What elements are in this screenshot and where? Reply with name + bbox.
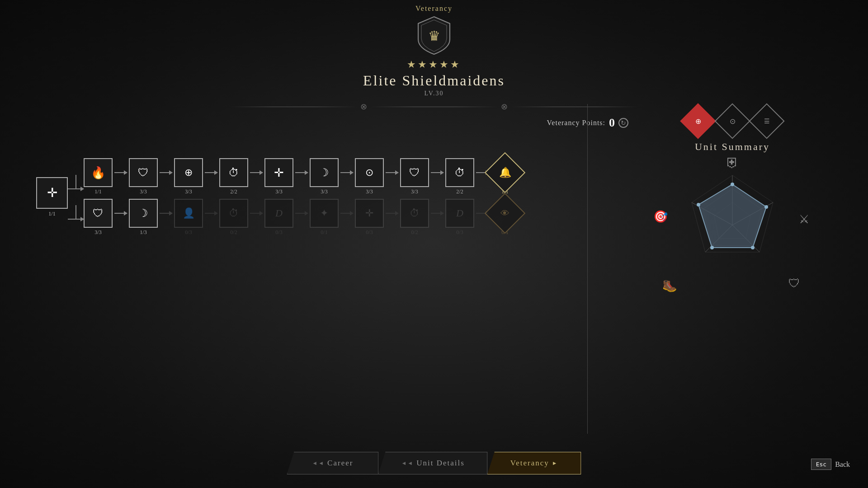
svg-point-11 [764,205,768,209]
vertical-divider [587,104,588,434]
skill-node-inactive-final[interactable]: 👁 0/1 [491,199,519,236]
unit-level: LV.30 [424,90,443,97]
radar-label-bottom-left: 🥾 [662,279,677,293]
skill-node-inactive[interactable]: ✦ 0/1 [310,199,339,236]
skill-node-final[interactable]: 🔔 1/1 [491,158,519,195]
svg-point-14 [697,203,700,206]
shield-emblem: ♛ [414,14,454,55]
root-icon: ✛ [47,185,57,200]
radar-label-top: ⛨ [726,155,739,170]
divider: ⊗ ⊗ [231,102,637,112]
skill-tree: ✛ 1/1 🔥 [36,158,519,236]
tab-unit-details[interactable]: ◄◄ Unit Details [378,452,487,474]
skill-node-inactive[interactable]: D 0/3 [264,199,293,236]
tab-combat[interactable]: ⊕ [685,108,711,134]
tab-veterancy[interactable]: Veterancy ► [487,452,581,474]
radar-label-right: ⚔ [799,212,809,226]
skill-node-inactive[interactable]: 👤 0/3 [174,199,203,236]
stars: ★★★★★ [407,59,461,70]
tab-career[interactable]: ◄◄ Career [287,452,378,474]
skill-node[interactable]: ⊙ 3/3 [355,158,384,195]
radar-label-left: 🎯 [653,210,668,224]
skill-node-inactive[interactable]: ⏱ 0/2 [400,199,429,236]
skill-node[interactable]: ☽ 1/3 [129,199,158,236]
unit-name: Elite Shieldmaidens [363,72,505,89]
vet-points-label: Veterancy Points: [547,119,605,127]
skill-node[interactable]: ☽ 3/3 [310,158,339,195]
svg-point-10 [731,183,734,186]
right-tabs: ⊕ ⊙ ☰ [685,108,779,134]
unit-summary-title: Unit Summary [695,141,770,153]
tab-movement[interactable]: ⊙ [720,108,745,134]
skill-node-inactive[interactable]: ✛ 0/3 [355,199,384,236]
tab-list[interactable]: ☰ [754,108,779,134]
esc-key: Esc [811,459,831,470]
svg-point-12 [751,246,755,249]
esc-back-button[interactable]: Esc Back [811,459,850,470]
veterancy-label: Veterancy [415,5,453,13]
skill-node[interactable]: 🔥 1/1 [84,158,113,195]
skill-node[interactable]: 🛡 3/3 [84,199,113,236]
back-label: Back [835,460,850,469]
skill-node[interactable]: ✛ 3/3 [264,158,293,195]
svg-marker-9 [698,184,766,248]
root-node[interactable]: ✛ [36,177,68,209]
bottom-skill-row: 🛡 3/3 ☽ 1/3 [84,199,519,236]
skill-node-inactive[interactable]: D 0/3 [445,199,474,236]
skill-node[interactable]: 🛡 3/3 [400,158,429,195]
radar-label-bottom-right: 🛡 [788,277,800,291]
skill-node[interactable]: 🛡 3/3 [129,158,158,195]
skill-node[interactable]: ⊕ 3/3 [174,158,203,195]
vet-points-value: 0 [609,116,615,130]
bottom-navigation: ◄◄ Career ◄◄ Unit Details Veterancy ► [287,452,581,474]
svg-point-13 [710,246,714,249]
radar-chart: ⛨ ⚔ 🛡 🥾 🎯 [669,162,796,288]
veterancy-points-row: Veterancy Points: 0 ↻ [231,116,637,130]
svg-text:♛: ♛ [428,28,440,43]
root-count: 1/1 [48,211,55,217]
skill-node[interactable]: ⏱ 2/2 [445,158,474,195]
skill-node[interactable]: ⏱ 2/2 [219,158,248,195]
right-panel: ⊕ ⊙ ☰ Unit Summary [615,108,850,288]
skill-node-inactive[interactable]: ⏱ 0/2 [219,199,248,236]
top-skill-row: 🔥 1/1 🛡 3/3 [84,158,519,195]
